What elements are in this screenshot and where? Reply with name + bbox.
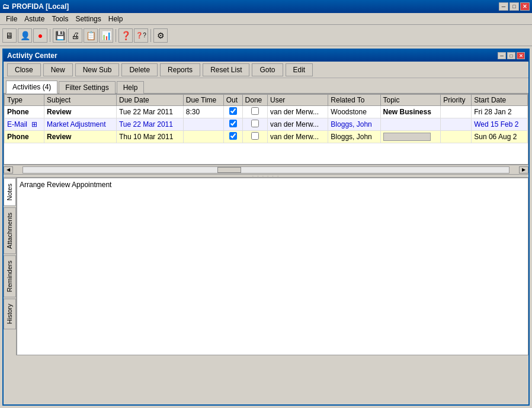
side-tabs: Notes Attachments Reminders History [4,178,17,355]
horizontal-scrollbar[interactable]: ◀ ▶ [4,165,528,174]
app-title: PROFIDA [Local] [12,2,69,11]
toolbar-sep2 [116,29,116,42]
maximize-button[interactable]: □ [509,2,519,11]
col-subject: Subject [44,95,117,106]
tab-activities[interactable]: Activities (4) [6,81,57,94]
cell-due-date: Tue 22 Mar 2011 [116,106,183,118]
cell-user: van der Merw... [267,106,328,118]
cell-start-date: Fri 28 Jan 2 [472,106,528,118]
toolbar-clipboard-icon[interactable]: 📋 [84,28,98,43]
cell-due-date: Tue 22 Mar 2011 [116,118,183,131]
cell-topic: New Business [380,106,441,118]
new-button[interactable]: New [43,63,73,76]
cell-done [242,131,267,143]
tab-help[interactable]: Help [117,81,145,94]
done-checkbox[interactable] [251,120,259,127]
scroll-thumb[interactable] [217,167,241,173]
cell-subject: Review [44,106,117,118]
cell-type: Phone [5,131,44,143]
toolbar-sep1 [50,29,50,42]
scroll-right-arrow[interactable]: ▶ [519,166,528,174]
cell-due-time: 8:30 [183,106,223,118]
close-button[interactable]: Close [7,63,41,76]
activity-close-btn[interactable]: ✕ [517,52,525,59]
bottom-panel: Notes Attachments Reminders History Arra… [4,178,528,355]
activity-title-bar: Activity Center ─ □ ✕ [4,50,528,62]
activity-minimize-btn[interactable]: ─ [498,52,506,59]
cell-type: Phone [5,106,44,118]
side-tab-reminders[interactable]: Reminders [4,255,16,297]
menu-help[interactable]: Help [105,14,127,24]
title-bar-left: 🗂 PROFIDA [Local] [2,2,69,11]
menu-astute[interactable]: Astute [21,14,48,24]
tab-filter-settings[interactable]: Filter Settings [59,81,115,94]
toolbar-help-icon[interactable]: ❓ [118,28,133,43]
cell-start-date: Sun 06 Aug 2 [472,131,528,143]
reports-button[interactable]: Reports [160,63,200,76]
cell-user: van der Merw... [267,118,328,131]
goto-button[interactable]: Goto [252,63,283,76]
col-done: Done [242,95,267,106]
notes-area[interactable]: Arrange Review Appointment [17,178,528,355]
cell-out [223,106,242,118]
cell-subject: Market Adjustment [44,118,117,131]
done-checkbox[interactable] [251,132,259,140]
toolbar-red-icon[interactable]: ● [33,28,47,43]
scroll-left-arrow[interactable]: ◀ [4,166,13,174]
out-checkbox[interactable] [229,132,237,140]
close-button[interactable]: ✕ [520,2,530,11]
toolbar-grid-icon[interactable]: 📊 [99,28,113,43]
done-checkbox[interactable] [251,107,259,115]
activities-table: Type Subject Due Date Due Time Out Done … [4,94,528,143]
col-user: User [267,95,328,106]
new-sub-button[interactable]: New Sub [75,63,120,76]
cell-priority [441,118,472,131]
main-area: Activity Center ─ □ ✕ Close New New Sub … [0,46,532,408]
delete-button[interactable]: Delete [121,63,158,76]
tab-bar: Activities (4) Filter Settings Help [4,78,528,94]
side-tab-notes[interactable]: Notes [4,178,16,206]
table-row[interactable]: Phone Review Thu 10 Mar 2011 van der Mer… [5,131,528,143]
menu-file[interactable]: File [2,14,21,24]
activity-toolbar: Close New New Sub Delete Reports Reset L… [4,62,528,78]
cell-done [242,106,267,118]
out-checkbox[interactable] [229,107,237,115]
side-tab-history[interactable]: History [4,298,16,329]
cell-related-to: Woodstone [328,106,380,118]
out-checkbox[interactable] [229,120,237,127]
toolbar-help2-icon[interactable]: ❓? [134,28,148,43]
toolbar-user-icon[interactable]: 👤 [18,28,32,43]
col-start-date: Start Date [472,95,528,106]
cell-related-to: Bloggs, John [328,118,380,131]
toolbar-print-icon[interactable]: 🖨 [68,28,82,43]
scroll-track[interactable] [23,166,509,174]
app-icon: 🗂 [2,2,9,11]
cell-out [223,118,242,131]
cell-related-to: Bloggs, John [328,131,380,143]
toolbar-settings-icon[interactable]: ⚙ [153,28,168,43]
minimize-button[interactable]: ─ [499,2,508,11]
cell-start-date: Wed 15 Feb 2 [472,118,528,131]
table-container: Type Subject Due Date Due Time Out Done … [4,94,528,165]
table-row[interactable]: E-Mail ⊞ Market Adjustment Tue 22 Mar 20… [5,118,528,131]
cell-subject: Review [44,131,117,143]
reset-list-button[interactable]: Reset List [203,63,249,76]
cell-priority [441,131,472,143]
toolbar-sep3 [150,29,151,42]
cell-user: van der Merw... [267,131,328,143]
side-tab-attachments[interactable]: Attachments [4,207,16,254]
toolbar: 🖥 👤 ● 💾 🖨 📋 📊 ❓ ❓? ⚙ [0,25,532,46]
activity-window: Activity Center ─ □ ✕ Close New New Sub … [2,49,530,406]
cell-done [242,118,267,131]
table-row[interactable]: Phone Review Tue 22 Mar 2011 8:30 van de… [5,106,528,118]
edit-button[interactable]: Edit [286,63,313,76]
cell-due-date: Thu 10 Mar 2011 [116,131,183,143]
menu-tools[interactable]: Tools [48,14,72,24]
toolbar-monitor-icon[interactable]: 🖥 [2,28,17,43]
col-out: Out [223,95,242,106]
toolbar-save-icon[interactable]: 💾 [53,28,67,43]
activity-maximize-btn[interactable]: □ [507,52,515,59]
menu-settings[interactable]: Settings [72,14,104,24]
col-related-to: Related To [328,95,380,106]
title-bar-controls: ─ □ ✕ [499,2,530,11]
